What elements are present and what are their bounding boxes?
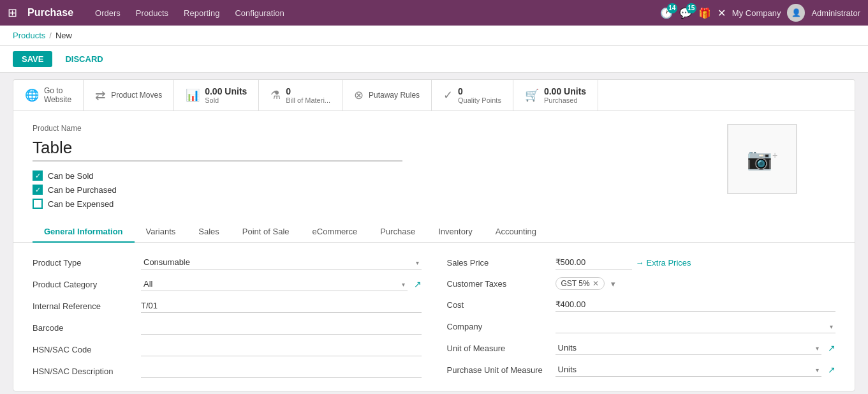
purchase-uom-field: Units ↗ — [555, 363, 836, 377]
product-image[interactable]: 📷+ — [727, 124, 797, 194]
chat-badge: 15 — [686, 3, 696, 13]
smart-btn-putaway-rules[interactable]: ⊗ Putaway Rules — [342, 80, 432, 110]
product-category-label: Product Category — [33, 280, 135, 289]
close-icon[interactable]: ✕ — [717, 7, 726, 19]
internal-reference-row: Internal Reference — [33, 299, 422, 313]
clock-icon[interactable]: 🕐 14 — [660, 7, 673, 19]
grid-icon[interactable]: ⊞ — [8, 6, 17, 20]
go-to-website-label: Go toWebsite — [44, 86, 71, 104]
smart-btn-units-sold[interactable]: 📊 0.00 Units Sold — [174, 80, 259, 110]
unit-of-measure-field: Units ↗ — [555, 341, 836, 355]
can-be-sold-checkbox[interactable]: ✓ Can be Sold — [33, 170, 835, 181]
smart-btn-quality-points[interactable]: ✓ 0 Quality Points — [432, 80, 513, 110]
tab-sales[interactable]: Sales — [187, 222, 231, 243]
hsn-sac-description-label: HSN/SAC Description — [33, 367, 135, 376]
can-be-sold-box: ✓ — [33, 170, 43, 181]
form-card: Product Name ✓ Can be Sold ✓ Can be Purc… — [13, 110, 855, 391]
hsn-sac-code-row: HSN/SAC Code — [33, 342, 422, 356]
barcode-row: Barcode — [33, 321, 422, 335]
product-category-external-link[interactable]: ↗ — [414, 279, 422, 289]
barcode-field — [141, 321, 422, 335]
product-type-select[interactable]: Consumable Storable Product Service — [141, 255, 422, 269]
extra-prices-link[interactable]: → Extra Prices — [636, 258, 691, 268]
smart-btn-bill-of-materials[interactable]: ⚗ 0 Bill of Materi... — [259, 80, 342, 110]
bill-of-materials-icon: ⚗ — [270, 88, 281, 102]
discard-button[interactable]: DISCARD — [59, 51, 109, 67]
can-be-purchased-checkbox[interactable]: ✓ Can be Purchased — [33, 185, 835, 195]
units-purchased-icon: 🛒 — [525, 88, 539, 102]
product-moves-label: Product Moves — [111, 91, 162, 100]
bill-of-materials-text: Bill of Materi... — [286, 96, 330, 104]
tab-purchase[interactable]: Purchase — [369, 222, 427, 243]
putaway-rules-label: Putaway Rules — [369, 91, 420, 100]
save-button[interactable]: SAVE — [13, 51, 52, 67]
product-category-select[interactable]: All — [141, 277, 408, 291]
company-select[interactable]: My Company — [555, 319, 836, 333]
product-name-input[interactable] — [33, 135, 402, 162]
chat-icon[interactable]: 💬 15 — [679, 7, 692, 19]
app-brand: Purchase — [27, 7, 73, 19]
user-name: Administrator — [811, 8, 860, 18]
cost-input[interactable] — [555, 298, 836, 312]
menu-reporting[interactable]: Reporting — [177, 6, 226, 20]
cost-row: Cost — [447, 298, 836, 312]
menu-products[interactable]: Products — [129, 6, 175, 20]
barcode-input[interactable] — [141, 321, 422, 335]
tax-tag-remove-btn[interactable]: ✕ — [592, 279, 599, 288]
tab-inventory[interactable]: Inventory — [427, 222, 483, 243]
cost-label: Cost — [447, 300, 549, 310]
product-name-field: Product Name — [33, 124, 835, 162]
left-col: Product Type Consumable Storable Product… — [33, 255, 422, 378]
tab-variants[interactable]: Variants — [135, 222, 188, 243]
customer-taxes-row: Customer Taxes GST 5% ✕ ▾ — [447, 277, 836, 290]
can-be-expensed-label: Can be Expensed — [48, 199, 114, 209]
company-label: Company — [447, 322, 549, 331]
units-sold-text: Sold — [205, 96, 247, 104]
internal-reference-field — [141, 299, 422, 313]
purchase-uom-select[interactable]: Units — [555, 363, 822, 377]
company-name: My Company — [732, 8, 781, 18]
menu-configuration[interactable]: Configuration — [228, 6, 290, 20]
top-menu: Orders Products Reporting Configuration — [89, 6, 650, 20]
main-content: 🌐 Go toWebsite ⇄ Product Moves 📊 — [0, 73, 868, 394]
customer-taxes-dropdown-icon[interactable]: ▾ — [611, 279, 615, 289]
smart-btn-go-to-website[interactable]: 🌐 Go toWebsite — [13, 80, 84, 110]
can-be-purchased-label: Can be Purchased — [48, 185, 117, 195]
smart-btn-units-purchased[interactable]: 🛒 0.00 Units Purchased — [513, 80, 598, 110]
can-be-purchased-box: ✓ — [33, 185, 43, 195]
quality-points-icon: ✓ — [443, 88, 453, 102]
tab-ecommerce[interactable]: eCommerce — [301, 222, 369, 243]
product-moves-icon: ⇄ — [95, 87, 106, 103]
units-purchased-count: 0.00 Units — [544, 86, 586, 96]
company-select-wrapper: My Company — [555, 319, 836, 333]
user-avatar[interactable]: 👤 — [787, 4, 805, 22]
purchase-uom-external-link[interactable]: ↗ — [828, 365, 835, 375]
website-icon: 🌐 — [25, 88, 39, 102]
tab-point-of-sale[interactable]: Point of Sale — [231, 222, 301, 243]
can-be-expensed-checkbox[interactable]: Can be Expensed — [33, 199, 835, 209]
hsn-sac-code-input[interactable] — [141, 342, 422, 356]
main-scroll-area: 🌐 Go toWebsite ⇄ Product Moves 📊 — [0, 73, 868, 394]
smart-btn-product-moves[interactable]: ⇄ Product Moves — [84, 80, 174, 110]
product-type-label: Product Type — [33, 258, 135, 268]
product-type-row: Product Type Consumable Storable Product… — [33, 255, 422, 269]
gift-icon[interactable]: 🎁 — [698, 7, 711, 19]
right-col: Sales Price → Extra Prices Cus — [447, 255, 836, 378]
uom-external-link[interactable]: ↗ — [828, 343, 835, 353]
breadcrumb-parent[interactable]: Products — [13, 31, 45, 40]
uom-select[interactable]: Units — [555, 341, 822, 355]
tab-general-information[interactable]: General Information — [33, 222, 135, 243]
putaway-rules-icon: ⊗ — [354, 88, 364, 102]
internal-reference-input[interactable] — [141, 299, 422, 313]
product-type-field: Consumable Storable Product Service — [141, 255, 422, 269]
sales-price-input[interactable] — [555, 255, 632, 269]
smart-buttons-bar: 🌐 Go toWebsite ⇄ Product Moves 📊 — [13, 79, 855, 110]
hsn-sac-code-field — [141, 342, 422, 356]
gst-tax-tag[interactable]: GST 5% ✕ — [555, 277, 605, 290]
menu-orders[interactable]: Orders — [89, 6, 127, 20]
product-category-field: All ↗ — [141, 277, 422, 291]
tab-accounting[interactable]: Accounting — [484, 222, 548, 243]
hsn-sac-description-input[interactable] — [141, 364, 422, 378]
product-category-select-wrapper: All — [141, 277, 408, 291]
sales-price-field: → Extra Prices — [555, 255, 836, 269]
